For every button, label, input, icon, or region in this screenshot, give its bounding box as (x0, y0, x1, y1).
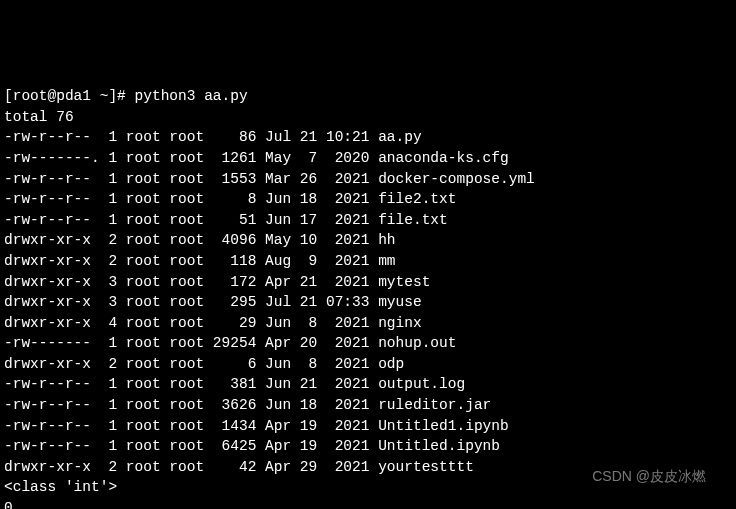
terminal-output[interactable]: [root@pda1 ~]# python3 aa.py total 76 -r… (4, 86, 732, 509)
